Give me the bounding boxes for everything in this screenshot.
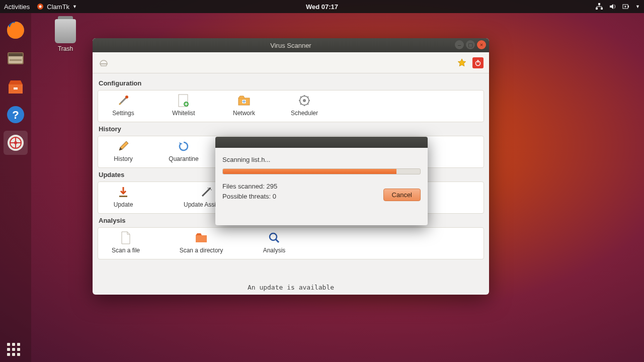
item-history[interactable]: History [103, 139, 143, 162]
svg-point-20 [125, 96, 128, 99]
svg-point-17 [14, 141, 17, 144]
svg-rect-2 [598, 3, 600, 5]
magnifier-icon [267, 231, 281, 245]
svg-rect-19 [477, 60, 478, 63]
progress-fill [223, 169, 396, 174]
svg-point-30 [270, 233, 277, 240]
show-applications-button[interactable] [7, 343, 20, 356]
dock-software[interactable] [4, 74, 28, 99]
item-network[interactable]: Network [224, 94, 264, 117]
pencil-icon [116, 139, 130, 153]
home-button[interactable] [98, 57, 110, 69]
section-title-configuration: Configuration [99, 79, 483, 87]
svg-rect-27 [119, 196, 127, 197]
activities-button[interactable]: Activities [4, 3, 30, 11]
star-icon [457, 58, 467, 68]
svg-point-26 [303, 99, 306, 102]
status-bar: An update is available [93, 280, 489, 295]
item-scheduler[interactable]: Scheduler [284, 94, 325, 117]
section-analysis: Scan a file Scan a directory Analysis [98, 227, 484, 259]
clam-icon [99, 58, 109, 68]
dock: ? [0, 13, 31, 362]
window-titlebar[interactable]: Virus Scanner – ▢ × [93, 38, 489, 52]
trash-icon [55, 19, 76, 43]
dock-clamtk[interactable] [4, 131, 28, 155]
volume-icon[interactable] [609, 3, 616, 10]
dialog-titlebar[interactable] [215, 137, 428, 148]
refresh-icon [177, 139, 191, 153]
svg-rect-6 [628, 6, 629, 8]
gear-icon [297, 94, 311, 108]
item-scan-file[interactable]: Scan a file [103, 231, 148, 254]
status-text: An update is available [248, 284, 334, 291]
section-title-history: History [99, 125, 483, 133]
svg-rect-10 [9, 53, 23, 56]
app-menu[interactable]: ClamTk ▼ [37, 3, 77, 11]
files-scanned-text: Files scanned: 295 [222, 182, 383, 192]
folder-icon [194, 231, 208, 245]
item-analysis[interactable]: Analysis [254, 231, 294, 254]
dock-help[interactable]: ? [4, 103, 28, 127]
favorite-button[interactable] [456, 57, 468, 69]
download-icon [116, 185, 130, 199]
wand-icon [199, 185, 213, 199]
svg-point-1 [39, 6, 42, 8]
desktop-trash[interactable]: Trash [50, 19, 80, 52]
battery-icon[interactable] [622, 3, 629, 10]
item-settings[interactable]: Settings [103, 94, 143, 117]
item-whitelist[interactable]: Whitelist [164, 94, 204, 117]
top-panel: Activities ClamTk ▼ Wed 07:17 ▼ [0, 0, 644, 13]
scan-dialog: Scanning list.h... Files scanned: 295 Po… [215, 137, 428, 225]
item-update[interactable]: Update [103, 185, 143, 208]
dock-firefox[interactable] [4, 18, 28, 42]
section-configuration: Settings Whitelist Network Scheduler [98, 90, 484, 122]
chevron-down-icon: ▼ [72, 4, 77, 9]
svg-rect-29 [196, 235, 207, 242]
scan-progress [222, 168, 421, 174]
window-title: Virus Scanner [270, 42, 311, 49]
clock[interactable]: Wed 07:17 [306, 3, 338, 11]
svg-rect-11 [10, 59, 22, 61]
power-icon [472, 57, 484, 68]
document-add-icon [177, 94, 191, 108]
window-close-button[interactable]: × [477, 40, 486, 49]
item-quarantine[interactable]: Quarantine [164, 139, 204, 162]
network-folder-icon [237, 94, 251, 108]
cancel-button[interactable]: Cancel [383, 189, 421, 201]
quit-button[interactable] [472, 57, 484, 69]
dock-files[interactable] [4, 46, 28, 70]
settings-icon [116, 94, 130, 108]
svg-rect-3 [596, 8, 598, 10]
chevron-down-icon[interactable]: ▼ [635, 4, 640, 9]
svg-rect-4 [601, 8, 603, 10]
threats-text: Possible threats: 0 [222, 192, 383, 202]
item-scan-directory[interactable]: Scan a directory [174, 231, 229, 254]
file-icon [119, 231, 133, 245]
svg-text:?: ? [12, 109, 19, 121]
clamtk-icon [37, 3, 44, 10]
network-icon[interactable] [595, 3, 603, 10]
window-maximize-button[interactable]: ▢ [466, 40, 475, 49]
scanning-label: Scanning list.h... [222, 156, 421, 163]
toolbar [93, 52, 489, 73]
window-minimize-button[interactable]: – [455, 40, 464, 49]
